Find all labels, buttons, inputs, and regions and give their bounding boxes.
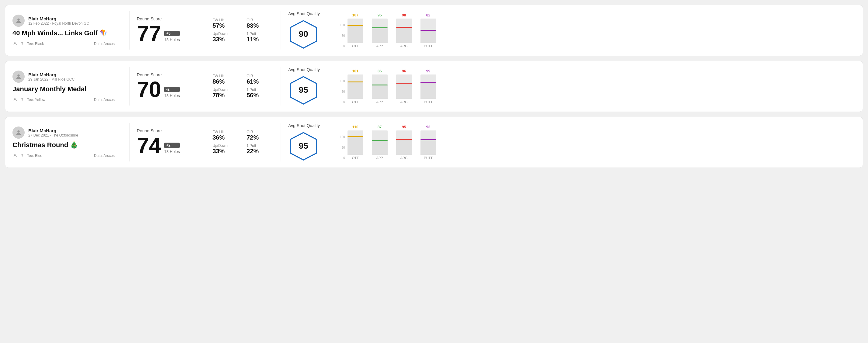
stat-oneputt: 1 Putt 22% <box>247 144 273 155</box>
chart-x-label: APP <box>376 44 383 48</box>
stat-oneputt: 1 Putt 11% <box>247 32 273 43</box>
user-name: Blair McHarg <box>28 16 89 21</box>
chart-top-value: 99 <box>426 69 430 73</box>
stat-updown: Up/Down 33% <box>213 32 239 43</box>
divider-3 <box>281 11 281 50</box>
chart-bars: 101 OTT 86 APP 96 <box>347 69 436 104</box>
score-badge-col: -2 18 Holes <box>164 87 180 100</box>
stat-fw-hit-value: 86% <box>213 78 239 85</box>
chart-x-label: OTT <box>352 100 359 104</box>
svg-text:95: 95 <box>299 85 308 95</box>
round-title: 40 Mph Winds... Links Golf 🪁 <box>12 29 115 37</box>
tee-info: Tee: Blue <box>12 153 42 158</box>
score-holes: 18 Holes <box>164 93 180 98</box>
bar-container <box>347 130 363 155</box>
left-section: Blair McHarg 29 Jan 2022 · Mill Ride GCC… <box>12 70 122 102</box>
stat-gir: GIR 83% <box>247 18 273 29</box>
chart-col: 95 ARG <box>396 125 412 160</box>
chart-col: 86 APP <box>372 69 388 104</box>
chart-section: 100500 107 OTT 95 APP 98 <box>337 13 856 48</box>
stat-updown-value: 33% <box>213 148 239 155</box>
score-badge: -2 <box>164 87 180 92</box>
stat-gir-value: 83% <box>247 22 273 29</box>
svg-point-0 <box>17 19 20 21</box>
score-number: 70 <box>137 79 161 100</box>
chart-x-label: APP <box>376 100 383 104</box>
stat-gir: GIR 61% <box>247 74 273 85</box>
divider-1 <box>129 11 129 50</box>
user-name: Blair McHarg <box>28 128 78 133</box>
bar-fill <box>396 139 412 155</box>
score-label: Round Score <box>137 17 197 21</box>
bar-line <box>396 27 412 28</box>
score-label: Round Score <box>137 72 197 77</box>
chart-col: 82 PUTT <box>421 13 436 48</box>
bar-container <box>372 19 388 43</box>
score-row: 70 -2 18 Holes <box>137 79 197 100</box>
left-section: Blair McHarg 27 Dec 2021 · The Oxfordshi… <box>12 126 122 158</box>
svg-point-13 <box>14 154 16 155</box>
bar-line <box>347 25 363 26</box>
chart-col: 87 APP <box>372 125 388 160</box>
chart-x-label: OTT <box>352 44 359 48</box>
weather-icon <box>12 41 17 46</box>
data-source: Data: Arccos <box>94 42 115 46</box>
score-label: Round Score <box>137 128 197 133</box>
svg-point-6 <box>17 74 20 76</box>
stat-oneputt-label: 1 Putt <box>247 32 273 36</box>
left-section: Blair McHarg 12 Feb 2022 · Royal North D… <box>12 14 122 46</box>
chart-bars: 107 OTT 95 APP 98 <box>347 13 436 48</box>
weather-icon <box>12 97 17 102</box>
bar-container <box>396 130 412 155</box>
chart-x-label: ARG <box>400 44 408 48</box>
bar-fill <box>396 83 412 99</box>
stat-fw-hit-label: FW Hit <box>213 18 239 22</box>
chart-top-value: 93 <box>426 125 430 129</box>
stat-gir-label: GIR <box>247 18 273 22</box>
stat-gir-value: 61% <box>247 78 273 85</box>
chart-section: 100500 110 OTT 87 APP 95 <box>337 125 856 160</box>
round-card-round-3: Blair McHarg 27 Dec 2021 · The Oxfordshi… <box>5 117 863 168</box>
divider-2 <box>205 123 205 161</box>
hexagon-container: 90 <box>288 19 319 50</box>
avatar <box>12 14 25 27</box>
stat-oneputt-label: 1 Putt <box>247 88 273 92</box>
bar-container <box>421 19 436 43</box>
stat-fw-hit-label: FW Hit <box>213 74 239 78</box>
divider-3 <box>281 67 281 105</box>
user-meta: 27 Dec 2021 · The Oxfordshire <box>28 133 78 137</box>
chart-top-value: 86 <box>378 69 381 73</box>
round-card-round-1: Blair McHarg 12 Feb 2022 · Royal North D… <box>5 5 863 56</box>
bar-container <box>347 74 363 99</box>
stat-oneputt: 1 Putt 56% <box>247 88 273 99</box>
bar-container <box>421 74 436 99</box>
quality-section: Avg Shot Quality 95 <box>288 67 337 105</box>
chart-col: 110 OTT <box>347 125 363 160</box>
svg-text:90: 90 <box>299 29 308 39</box>
user-info: Blair McHarg 12 Feb 2022 · Royal North D… <box>28 16 89 26</box>
stats-section: FW Hit 57% GIR 83% Up/Down 33% 1 Putt 11… <box>213 18 273 43</box>
bar-line <box>421 139 436 140</box>
stat-fw-hit-value: 57% <box>213 22 239 29</box>
bottom-row: Tee: Black Data: Arccos <box>12 41 115 46</box>
bar-fill <box>396 27 412 43</box>
stat-fw-hit-value: 36% <box>213 134 239 141</box>
quality-section: Avg Shot Quality 90 <box>288 11 337 50</box>
svg-rect-3 <box>21 42 23 42</box>
chart-x-label: ARG <box>400 100 408 104</box>
round-card-round-2: Blair McHarg 29 Jan 2022 · Mill Ride GCC… <box>5 61 863 112</box>
bar-fill <box>421 139 436 155</box>
quality-section: Avg Shot Quality 95 <box>288 123 337 161</box>
chart-section: 100500 101 OTT 86 APP 96 <box>337 69 856 104</box>
bar-container <box>396 19 412 43</box>
chart-col: 96 ARG <box>396 69 412 104</box>
chart-col: 95 APP <box>372 13 388 48</box>
chart-top-value: 107 <box>352 13 359 17</box>
score-badge-col: +5 18 Holes <box>164 31 180 44</box>
chart-wrapper: 100500 110 OTT 87 APP 95 <box>340 125 856 160</box>
data-source: Data: Arccos <box>94 154 115 158</box>
bar-fill <box>347 81 363 99</box>
stat-fw-hit: FW Hit 57% <box>213 18 239 29</box>
user-row: Blair McHarg 12 Feb 2022 · Royal North D… <box>12 14 115 27</box>
svg-rect-15 <box>21 154 23 154</box>
